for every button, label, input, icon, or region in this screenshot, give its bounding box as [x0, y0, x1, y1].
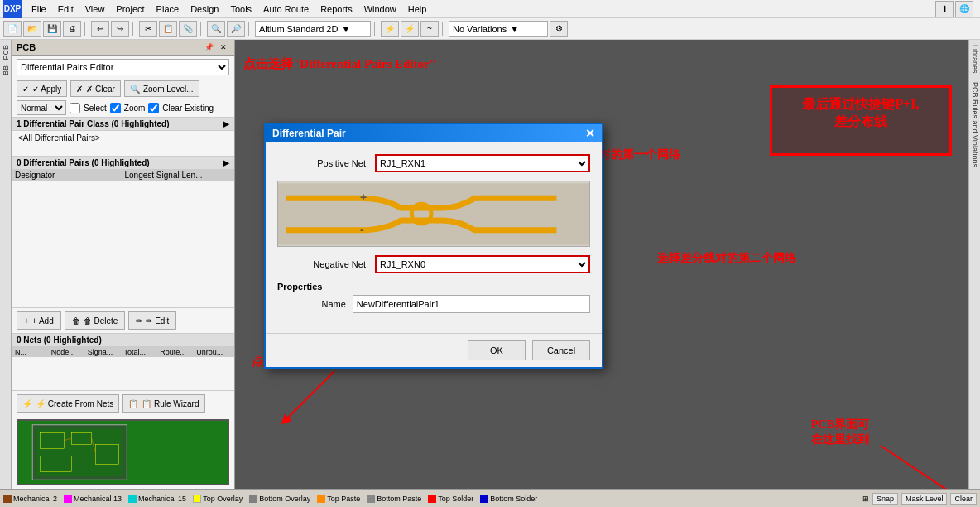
diff-pairs-list — [12, 181, 234, 206]
ok-button[interactable]: OK — [468, 340, 526, 360]
content-area: 点击选择"Differential Pairs Editor" 最后通过快捷键P… — [235, 40, 968, 489]
diff-pairs-expand[interactable]: ▶ — [223, 158, 229, 167]
nets-table-header: N... Node... Signa... Total... Route... … — [12, 347, 234, 357]
col-designator: Designator — [15, 171, 122, 180]
variations-dropdown[interactable]: No Variations ▼ — [449, 21, 548, 37]
tb-redo[interactable]: ↪ — [111, 21, 129, 37]
layer-mech15-label: Mechanical 15 — [138, 495, 186, 503]
menu-window[interactable]: Window — [359, 2, 401, 16]
filter-normal-select[interactable]: Normal — [17, 100, 66, 115]
layer-mech15[interactable]: Mechanical 15 — [128, 495, 186, 503]
positive-net-select[interactable]: RJ1_RXN1 RJ1_RXN0 GND — [375, 154, 590, 172]
pcb-panel-header: PCB 📌 ✕ — [12, 40, 234, 56]
menu-help[interactable]: Help — [403, 2, 432, 16]
pcb-minimap[interactable] — [17, 419, 229, 485]
delete-button[interactable]: 🗑 🗑 Delete — [65, 311, 126, 330]
layer-top-paste-dot — [317, 495, 325, 503]
tb-zoom-out[interactable]: 🔎 — [227, 21, 245, 37]
menu-design[interactable]: Design — [185, 2, 223, 16]
tb-cut[interactable]: ✂ — [139, 21, 157, 37]
mask-level-button[interactable]: Mask Level — [901, 493, 948, 505]
apply-icon: ✓ — [22, 84, 29, 94]
pcb-panel-title: PCB — [17, 42, 36, 52]
clear-button[interactable]: ✗ ✗ Clear — [70, 80, 121, 97]
tab-bb[interactable]: BB — [0, 64, 12, 77]
layer-top-overlay[interactable]: Top Overlay — [193, 495, 243, 503]
svg-rect-2 — [36, 429, 123, 476]
edit-button[interactable]: ✏ ✏ Edit — [128, 311, 176, 330]
view-dropdown[interactable]: Altium Standard 2D ▼ — [255, 21, 371, 37]
layer-top-solder[interactable]: Top Solder — [428, 495, 473, 503]
zoom-label: Zoom — [124, 104, 146, 113]
layer-top-paste[interactable]: Top Paste — [317, 495, 360, 503]
dialog-body: Positive Net: RJ1_RXN1 RJ1_RXN0 GND — [266, 142, 602, 333]
rule-wizard-button[interactable]: 📋 📋 Rule Wizard — [122, 394, 204, 413]
tab-pcb[interactable]: PCB — [0, 43, 12, 62]
editor-dropdown[interactable]: Differential Pairs Editor — [17, 59, 229, 75]
tb-route2[interactable]: ⚡ — [401, 21, 419, 37]
layer-bottom-paste[interactable]: Bottom Paste — [367, 495, 421, 503]
create-section: ⚡ ⚡ Create From Nets 📋 📋 Rule Wizard — [12, 390, 234, 416]
layer-mech13[interactable]: Mechanical 13 — [64, 495, 122, 503]
differential-pair-dialog: Differential Pair ✕ Positive Net: RJ1_RX… — [264, 123, 603, 369]
left-tab: PCB BB — [0, 40, 12, 489]
app-logo[interactable]: DXP — [3, 0, 22, 18]
tab-pcb-rules[interactable]: PCB Rules and Violations — [969, 80, 981, 169]
toolbar-icon-2[interactable]: 🌐 — [955, 1, 973, 17]
create-icon: ⚡ — [22, 399, 32, 408]
layer-mech13-label: Mechanical 13 — [74, 495, 122, 503]
main-toolbar: 📄 📂 💾 🖨 ↩ ↪ ✂ 📋 📎 🔍 🔎 Altium Standard 2D… — [0, 18, 980, 40]
zoom-checkbox[interactable] — [110, 103, 121, 113]
layer-top-paste-label: Top Paste — [327, 495, 360, 503]
panel-pin[interactable]: 📌 — [202, 42, 216, 52]
tb-copy[interactable]: 📋 — [159, 21, 177, 37]
clear-status-button[interactable]: Clear — [950, 493, 977, 505]
tb-settings[interactable]: ⚙ — [550, 21, 568, 37]
menu-reports[interactable]: Reports — [315, 2, 358, 16]
zoom-icon: 🔍 — [130, 84, 140, 94]
toolbar-icon-1[interactable]: ⬆ — [935, 1, 954, 17]
add-icon: + — [24, 316, 29, 326]
name-input[interactable] — [353, 295, 590, 313]
zoom-level-button[interactable]: 🔍 Zoom Level... — [124, 80, 199, 97]
dialog-close-button[interactable]: ✕ — [585, 128, 595, 139]
panel-close[interactable]: ✕ — [218, 42, 229, 52]
menu-edit[interactable]: Edit — [53, 2, 79, 16]
grid-icon: ⊞ — [862, 495, 869, 503]
diff-pairs-table-header: Designator Longest Signal Len... — [12, 170, 234, 181]
menu-bar: DXP File Edit View Project Place Design … — [0, 0, 980, 18]
layer-bottom-overlay[interactable]: Bottom Overlay — [249, 495, 310, 503]
tb-new[interactable]: 📄 — [3, 21, 22, 37]
layer-bottom-solder-dot — [480, 495, 488, 503]
layer-mech2[interactable]: Mechanical 2 — [3, 495, 57, 503]
add-button[interactable]: + + Add — [17, 311, 61, 330]
all-diff-pairs-item[interactable]: <All Differential Pairs> — [17, 133, 229, 143]
positive-net-row: Positive Net: RJ1_RXN1 RJ1_RXN0 GND — [277, 154, 590, 172]
menu-project[interactable]: Project — [111, 2, 149, 16]
clear-existing-checkbox[interactable] — [148, 103, 159, 113]
tb-route3[interactable]: ~ — [420, 21, 439, 37]
tb-zoom-in[interactable]: 🔍 — [207, 21, 225, 37]
layer-mech2-label: Mechanical 2 — [13, 495, 57, 503]
negative-net-select[interactable]: RJ1_RXN0 RJ1_RXN1 GND — [375, 255, 590, 273]
menu-autoroute[interactable]: Auto Route — [258, 2, 314, 16]
snap-button[interactable]: Snap — [872, 493, 898, 505]
tab-libraries[interactable]: Libraries — [969, 43, 981, 75]
select-checkbox[interactable] — [70, 103, 80, 113]
menu-view[interactable]: View — [80, 2, 110, 16]
tb-route1[interactable]: ⚡ — [381, 21, 399, 37]
menu-tools[interactable]: Tools — [225, 2, 257, 16]
tb-save[interactable]: 💾 — [43, 21, 61, 37]
layer-mech13-dot — [64, 495, 72, 503]
tb-paste[interactable]: 📎 — [179, 21, 197, 37]
cancel-button[interactable]: Cancel — [532, 340, 590, 360]
apply-button[interactable]: ✓ ✓ Apply — [17, 80, 67, 97]
menu-place[interactable]: Place — [151, 2, 185, 16]
tb-open[interactable]: 📂 — [23, 21, 41, 37]
tb-undo[interactable]: ↩ — [91, 21, 109, 37]
diff-class-expand[interactable]: ▶ — [223, 119, 229, 128]
tb-print[interactable]: 🖨 — [63, 21, 81, 37]
create-from-nets-button[interactable]: ⚡ ⚡ Create From Nets — [17, 394, 119, 413]
menu-file[interactable]: File — [26, 2, 51, 16]
layer-bottom-solder[interactable]: Bottom Solder — [480, 495, 537, 503]
